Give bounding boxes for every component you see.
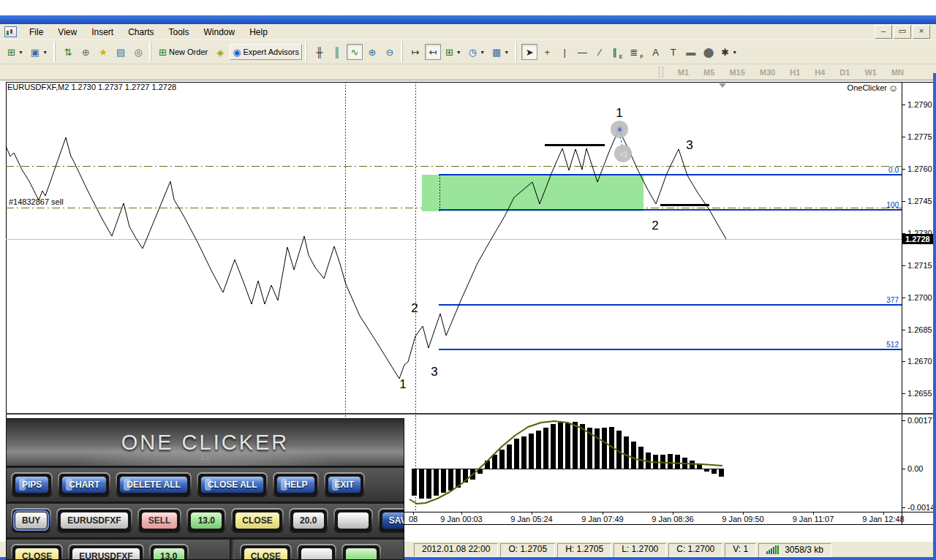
restore-button[interactable]: ▭ (894, 25, 911, 39)
chart-shift-button[interactable]: ↤ (425, 44, 441, 60)
panel-button-pips[interactable]: PIPS (15, 476, 49, 493)
close-left-button-13-0[interactable]: 13.0 (153, 548, 185, 560)
trade-button-eurusdfxf[interactable]: EURUSDFXF (60, 512, 128, 529)
data-window-icon: ⊕ (82, 48, 90, 57)
panel-button-help[interactable]: HELP (276, 476, 314, 493)
close-right-button-blank[interactable] (301, 548, 333, 560)
menu-insert[interactable]: Insert (84, 25, 121, 39)
bar-chart-button[interactable]: ╫ (312, 44, 328, 60)
close-left-button-close[interactable]: CLOSE (15, 548, 59, 560)
market-watch-button[interactable]: ⇅ (60, 44, 76, 60)
trade-button-save[interactable]: SAVE (382, 512, 404, 529)
timeframe-m15[interactable]: M15 (722, 67, 752, 78)
status-cell-3: L: 1.2700 (614, 543, 666, 557)
histogram-bar (719, 469, 724, 477)
profiles-button[interactable]: ▣▼ (28, 44, 50, 60)
toolbar-grip[interactable] (659, 67, 663, 78)
auto-scroll-button[interactable]: ↦ (407, 44, 423, 60)
close-right-button-close[interactable]: CLOSE (244, 548, 288, 560)
new-chart-button[interactable]: ⊞▼ (4, 44, 26, 60)
minimize-button[interactable]: – (875, 25, 892, 39)
new-order-button[interactable]: ⊞New Order (156, 44, 211, 60)
histogram-bar (624, 436, 629, 469)
close-right-button-blank[interactable] (345, 548, 377, 560)
rectangle-button[interactable]: ▬ (683, 44, 699, 60)
crosshair-icon: + (545, 48, 551, 57)
dropdown-arrow-icon: ▼ (456, 50, 461, 55)
line-chart-button[interactable]: ∿ (347, 44, 363, 60)
close-button[interactable]: × (913, 25, 930, 39)
expert-advisors-button[interactable]: ◉Expert Advisors (230, 44, 302, 60)
wave-label-3: 1 (616, 106, 622, 120)
price-tick-1-2670: 1.2670 (907, 357, 932, 366)
panel-slot-exit: EXIT (324, 472, 366, 497)
histogram-bar (675, 455, 680, 469)
trade-button-20-0[interactable]: 20.0 (292, 512, 325, 529)
candlesticks-button[interactable]: ║ (329, 44, 345, 60)
horizontal-line-button[interactable]: — (574, 44, 590, 60)
strategy-tester-button[interactable]: ◎ (130, 44, 146, 60)
vertical-line-button[interactable]: | (556, 44, 573, 60)
menu-tools[interactable]: Tools (162, 25, 197, 39)
trade-button-13-0[interactable]: 13.0 (190, 512, 222, 529)
title-bar[interactable] (0, 15, 936, 24)
zoom-in-button[interactable]: ⊕ (364, 44, 380, 60)
panel-row-close: CLOSEEURUSDFXF13.0CLOSE (7, 537, 404, 560)
panel-slot-pips: PIPS (11, 472, 53, 497)
trendline-button[interactable]: ∕ (592, 44, 608, 60)
timeframe-d1[interactable]: D1 (832, 67, 857, 78)
zoom-out-button[interactable]: ⊖ (382, 44, 398, 60)
trade-button-close[interactable]: CLOSE (235, 512, 279, 529)
terminal-button[interactable]: ▤ (113, 44, 129, 60)
menu-window[interactable]: Window (197, 25, 243, 39)
fib-zone-rect[interactable] (422, 175, 644, 211)
timeframe-h4[interactable]: H4 (807, 67, 832, 78)
metaeditor-button[interactable]: ◈ (212, 44, 228, 60)
arrows-button[interactable]: ✱▼ (718, 44, 740, 60)
trade-button-blank[interactable] (337, 512, 369, 529)
panel-divider (230, 540, 235, 560)
templates-icon: ▦ (492, 48, 501, 57)
panel-button-delete-all[interactable]: DELETE ALL (119, 476, 188, 493)
histogram-bar (521, 436, 526, 469)
histogram-bar (426, 469, 431, 499)
text-label-button[interactable]: T (665, 44, 682, 60)
trade-button-sell[interactable]: SELL (141, 512, 178, 529)
histogram-bar (514, 439, 519, 469)
menu-charts[interactable]: Charts (121, 25, 161, 39)
timeframe-h1[interactable]: H1 (782, 67, 807, 78)
equidistant-channel-button[interactable]: ∥E (609, 44, 625, 60)
menu-file[interactable]: File (22, 25, 50, 39)
menu-view[interactable]: View (50, 25, 84, 39)
trade-slot-13-0: 13.0 (186, 508, 226, 533)
timeframe-w1[interactable]: W1 (857, 67, 884, 78)
fibonacci-button[interactable]: ≣F (627, 44, 646, 60)
undo-glyph: ◁ (620, 149, 627, 158)
crosshair-button[interactable]: + (539, 44, 555, 60)
close-left-button-eurusdfxf[interactable]: EURUSDFXF (72, 548, 140, 560)
status-cell-4: C: 1.2700 (668, 543, 722, 557)
cursor-button[interactable]: ➤ (521, 44, 537, 60)
text-button[interactable]: A (648, 44, 664, 60)
timeframe-m30[interactable]: M30 (752, 67, 782, 78)
timeframe-m1[interactable]: M1 (671, 67, 696, 78)
toolbar-group-trading: ⊞New Order◈◉Expert Advisors (151, 42, 306, 62)
panel-button-chart[interactable]: CHART (61, 476, 107, 493)
ellipse-button[interactable]: ⬤ (701, 44, 717, 60)
indicators-button[interactable]: ⊞▼ (442, 44, 464, 60)
panel-button-exit[interactable]: EXIT (328, 476, 362, 493)
trade-button-buy[interactable]: BUY (15, 512, 48, 529)
templates-button[interactable]: ▦▼ (489, 44, 512, 60)
panel-button-close-all[interactable]: CLOSE ALL (200, 476, 265, 493)
close-right-slot-close: CLOSE (240, 544, 292, 560)
periods-button[interactable]: ◷▼ (466, 44, 488, 60)
menu-help[interactable]: Help (242, 25, 275, 39)
fib-label-0-0: 0.0 (888, 166, 899, 174)
histogram-bar (536, 431, 541, 469)
data-window-button[interactable]: ⊕ (78, 44, 94, 60)
fib-label-512: 512 (886, 341, 899, 349)
timeframe-mn[interactable]: MN (884, 67, 911, 78)
timeframe-m5[interactable]: M5 (696, 67, 722, 78)
close-left-slot-close: CLOSE (11, 544, 63, 560)
navigator-button[interactable]: ★ (95, 44, 111, 60)
